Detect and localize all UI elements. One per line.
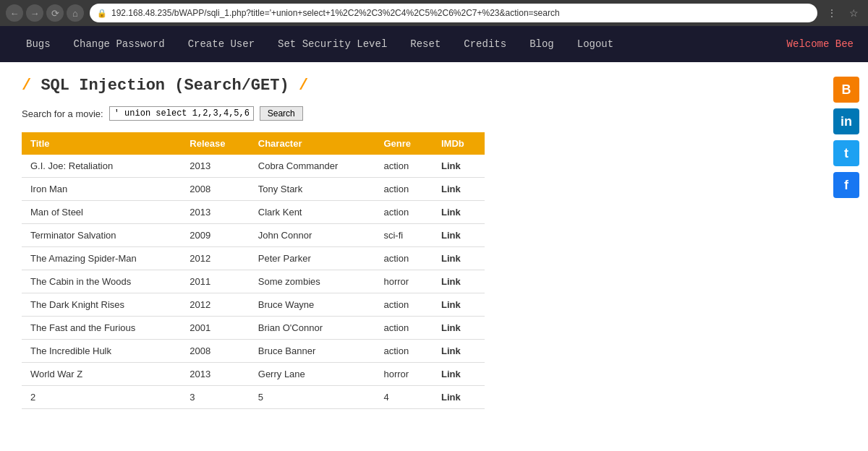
security-icon: 🔒 <box>97 9 107 18</box>
cell-release: 2013 <box>181 155 249 178</box>
cell-imdb-link[interactable]: Link <box>433 201 485 224</box>
table-row: Man of Steel 2013 Clark Kent action Link <box>22 201 485 224</box>
main-area: / SQL Injection (Search/GET) / Search fo… <box>0 62 825 451</box>
welcome-text: Welcome Bee <box>787 28 854 60</box>
cell-imdb-link[interactable]: Link <box>433 224 485 247</box>
nav-item-reset[interactable]: Reset <box>399 28 452 60</box>
nav-item-logout[interactable]: Logout <box>566 28 625 60</box>
cell-title: Iron Man <box>22 178 181 201</box>
nav-item-create-user[interactable]: Create User <box>176 28 266 60</box>
cell-imdb-link[interactable]: Link <box>433 340 485 363</box>
table-header-row: Title Release Character Genre IMDb <box>22 132 485 155</box>
nav-item-bugs[interactable]: Bugs <box>14 28 62 60</box>
results-table: Title Release Character Genre IMDb G.I. … <box>22 132 485 409</box>
cell-imdb-link[interactable]: Link <box>433 247 485 270</box>
cell-title: The Fast and the Furious <box>22 317 181 340</box>
search-input[interactable] <box>109 106 254 121</box>
nav-item-blog[interactable]: Blog <box>518 28 566 60</box>
cell-genre: action <box>375 201 432 224</box>
cell-character: Bruce Wayne <box>250 293 375 317</box>
sidebar: B in t f <box>825 62 868 451</box>
cell-release: 2009 <box>181 224 249 247</box>
cell-title: The Cabin in the Woods <box>22 270 181 293</box>
col-header-character: Character <box>250 132 375 155</box>
cell-genre: sci-fi <box>375 224 432 247</box>
search-label: Search for a movie: <box>22 108 103 119</box>
cell-genre: action <box>375 155 432 178</box>
col-header-imdb: IMDb <box>433 132 485 155</box>
col-header-genre: Genre <box>375 132 432 155</box>
cell-release: 2012 <box>181 247 249 270</box>
home-button[interactable]: ⌂ <box>67 4 84 22</box>
cell-release: 2008 <box>181 340 249 363</box>
cell-character: 5 <box>250 386 375 409</box>
cell-character: Some zombies <box>250 270 375 293</box>
cell-title: 2 <box>22 386 181 409</box>
cell-imdb-link[interactable]: Link <box>433 155 485 178</box>
cell-release: 2008 <box>181 178 249 201</box>
cell-imdb-link[interactable]: Link <box>433 178 485 201</box>
cell-imdb-link[interactable]: Link <box>433 363 485 386</box>
cell-title: The Incredible Hulk <box>22 340 181 363</box>
cell-release: 2001 <box>181 317 249 340</box>
bookmark-button[interactable]: ☆ <box>845 4 862 22</box>
cell-release: 2013 <box>181 363 249 386</box>
linkedin-icon[interactable]: in <box>833 108 859 134</box>
cell-title: Terminator Salvation <box>22 224 181 247</box>
back-button[interactable]: ← <box>6 4 23 22</box>
browser-actions: ⋮ ☆ <box>823 4 862 22</box>
col-header-release: Release <box>181 132 249 155</box>
table-row: The Cabin in the Woods 2011 Some zombies… <box>22 270 485 293</box>
table-row: The Incredible Hulk 2008 Bruce Banner ac… <box>22 340 485 363</box>
reload-button[interactable]: ⟳ <box>46 4 64 22</box>
address-bar[interactable]: 🔒 192.168.48.235/bWAPP/sqli_1.php?title=… <box>90 4 817 22</box>
cell-title: World War Z <box>22 363 181 386</box>
cell-character: Clark Kent <box>250 201 375 224</box>
cell-character: Gerry Lane <box>250 363 375 386</box>
browser-chrome: ← → ⟳ ⌂ 🔒 192.168.48.235/bWAPP/sqli_1.ph… <box>0 0 868 26</box>
table-row: The Dark Knight Rises 2012 Bruce Wayne a… <box>22 293 485 317</box>
cell-genre: action <box>375 293 432 317</box>
cell-title: The Dark Knight Rises <box>22 293 181 317</box>
cell-genre: 4 <box>375 386 432 409</box>
nav-item-set-security-level[interactable]: Set Security Level <box>266 28 399 60</box>
browser-nav-buttons: ← → ⟳ ⌂ <box>6 4 84 22</box>
facebook-icon[interactable]: f <box>833 172 859 198</box>
cell-genre: horror <box>375 363 432 386</box>
cell-imdb-link[interactable]: Link <box>433 270 485 293</box>
blogger-icon[interactable]: B <box>833 77 859 103</box>
cell-imdb-link[interactable]: Link <box>433 293 485 317</box>
nav-item-credits[interactable]: Credits <box>452 28 518 60</box>
col-header-title: Title <box>22 132 181 155</box>
cell-genre: action <box>375 340 432 363</box>
cell-release: 2013 <box>181 201 249 224</box>
cell-release: 3 <box>181 386 249 409</box>
nav-item-change-password[interactable]: Change Password <box>62 28 176 60</box>
cell-character: Brian O'Connor <box>250 317 375 340</box>
url-text: 192.168.48.235/bWAPP/sqli_1.php?title='+… <box>111 8 810 18</box>
cell-genre: action <box>375 247 432 270</box>
search-button[interactable]: Search <box>260 106 303 121</box>
cell-character: John Connor <box>250 224 375 247</box>
cell-character: Bruce Banner <box>250 340 375 363</box>
forward-button[interactable]: → <box>26 4 43 22</box>
cell-title: Man of Steel <box>22 201 181 224</box>
cell-imdb-link[interactable]: Link <box>433 386 485 409</box>
cell-release: 2011 <box>181 270 249 293</box>
table-row: 2 3 5 4 Link <box>22 386 485 409</box>
extensions-button[interactable]: ⋮ <box>823 4 841 22</box>
cell-title: G.I. Joe: Retaliation <box>22 155 181 178</box>
page-content: / SQL Injection (Search/GET) / Search fo… <box>0 62 868 451</box>
cell-genre: action <box>375 317 432 340</box>
table-row: Iron Man 2008 Tony Stark action Link <box>22 178 485 201</box>
table-row: World War Z 2013 Gerry Lane horror Link <box>22 363 485 386</box>
table-row: G.I. Joe: Retaliation 2013 Cobra Command… <box>22 155 485 178</box>
cell-imdb-link[interactable]: Link <box>433 317 485 340</box>
page-title: / SQL Injection (Search/GET) / <box>22 77 803 95</box>
cell-character: Tony Stark <box>250 178 375 201</box>
cell-character: Peter Parker <box>250 247 375 270</box>
navbar: Bugs Change Password Create User Set Sec… <box>0 26 868 62</box>
title-slash-left: / <box>22 77 31 95</box>
twitter-icon[interactable]: t <box>833 140 859 166</box>
search-form: Search for a movie: Search <box>22 106 803 121</box>
